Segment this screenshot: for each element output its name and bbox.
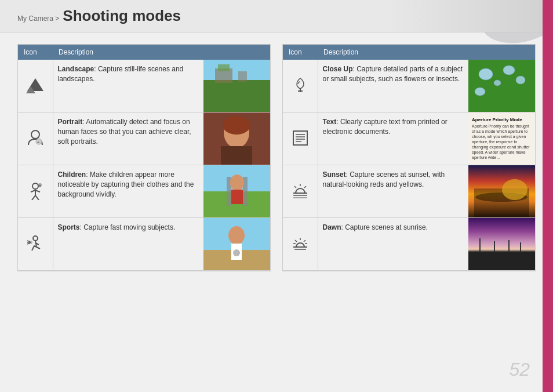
closeup-icon-cell	[283, 60, 318, 112]
landscape-image	[203, 60, 270, 112]
page-number: 52	[509, 359, 530, 380]
closeup-icon	[291, 76, 310, 95]
landscape-icon-cell	[18, 60, 53, 112]
portrait-image-cell	[203, 112, 270, 165]
children-icon-cell: ⚙	[18, 165, 53, 218]
table-row: Close Up: Capture detailed parts of a su…	[283, 60, 535, 112]
dawn-image	[468, 218, 535, 270]
table-row: Landscape: Capture still-life scenes and…	[18, 60, 270, 112]
portrait-image	[203, 112, 270, 165]
dawn-image-cell	[468, 218, 535, 271]
svg-rect-69	[468, 252, 535, 270]
svg-text:⚙: ⚙	[38, 184, 41, 188]
svg-line-55	[294, 186, 296, 188]
svg-point-12	[31, 130, 39, 139]
sunset-image-cell	[468, 165, 535, 218]
landscape-desc-cell: Landscape: Capture still-life scenes and…	[53, 60, 203, 112]
main-content: Icon Description Landscape: Capture stil…	[0, 32, 553, 283]
header: My Camera > Shooting modes	[0, 0, 553, 32]
left-col-icon-header: Icon	[18, 45, 53, 60]
svg-point-37	[233, 249, 240, 256]
text-mode-desc-cell: Text: Clearly capture text from printed …	[318, 112, 468, 165]
svg-rect-11	[238, 71, 247, 82]
svg-rect-18	[221, 146, 252, 165]
svg-point-35	[228, 226, 245, 245]
svg-point-43	[516, 76, 525, 84]
closeup-desc-cell: Close Up: Capture detailed parts of a su…	[318, 60, 468, 112]
sunset-icon	[291, 182, 310, 200]
svg-line-56	[304, 186, 306, 188]
text-icon-cell	[283, 112, 318, 165]
sports-desc-cell: Sports: Capture fast moving subjects.	[53, 218, 203, 271]
text-mode-image-cell: Aperture Priority Mode Aperture Priority…	[468, 112, 535, 165]
landscape-icon	[26, 76, 45, 95]
svg-line-31	[27, 241, 30, 242]
svg-point-19	[32, 183, 38, 189]
right-col-icon-header: Icon	[283, 45, 318, 60]
breadcrumb: My Camera >	[17, 14, 59, 23]
dawn-icon-cell	[283, 218, 318, 271]
svg-point-41	[479, 68, 493, 80]
text-mode-image: Aperture Priority Mode Aperture Priority…	[468, 112, 535, 165]
svg-point-60	[502, 179, 527, 200]
left-table: Icon Description Landscape: Capture stil…	[17, 44, 271, 271]
closeup-image-cell	[468, 60, 535, 112]
table-row: Dawn: Capture scenes at sunrise.	[283, 218, 535, 271]
sports-icon	[26, 234, 45, 253]
sports-image	[203, 218, 270, 270]
pink-sidebar	[543, 0, 553, 392]
table-row: + Portrait: Automatically detect and foc…	[18, 112, 270, 165]
sunset-icon-cell	[283, 165, 318, 218]
dawn-desc-cell: Dawn: Capture scenes at sunrise.	[318, 218, 468, 271]
sunset-desc-cell: Sunset: Capture scenes at sunset, with n…	[318, 165, 468, 218]
right-table: Icon Description C	[282, 44, 536, 271]
svg-line-65	[304, 240, 305, 242]
portrait-icon-cell: +	[18, 112, 53, 165]
svg-point-45	[475, 88, 485, 96]
svg-text:+: +	[37, 140, 39, 144]
children-image	[203, 165, 270, 217]
sunset-image	[468, 165, 535, 217]
svg-point-26	[230, 175, 244, 191]
svg-line-32	[27, 243, 30, 244]
svg-line-64	[295, 240, 297, 242]
portrait-icon: +	[26, 129, 45, 147]
svg-point-28	[33, 236, 38, 241]
svg-rect-10	[218, 64, 230, 71]
children-icon: ⚙	[26, 182, 45, 200]
svg-rect-46	[293, 131, 307, 145]
children-image-cell	[203, 165, 270, 218]
table-row: Sports: Capture fast moving subjects.	[18, 218, 270, 271]
dawn-icon	[291, 234, 310, 253]
sports-icon-cell	[18, 218, 53, 271]
table-row: ⚙ Children: Make children appear more no…	[18, 165, 270, 218]
landscape-image-cell	[203, 60, 270, 112]
svg-rect-8	[203, 80, 270, 112]
left-col-desc-header: Description	[53, 45, 270, 60]
page-title: Shooting modes	[63, 7, 181, 25]
svg-point-42	[503, 66, 515, 75]
svg-rect-40	[468, 60, 535, 112]
svg-point-17	[223, 116, 250, 135]
closeup-image	[468, 60, 535, 112]
table-row: Sunset: Capture scenes at sunset, with n…	[283, 165, 535, 218]
table-row: Text: Clearly capture text from printed …	[283, 112, 535, 165]
portrait-desc-cell: Portrait: Automatically detect and focus…	[53, 112, 203, 165]
svg-rect-27	[231, 190, 243, 204]
sports-image-cell	[203, 218, 270, 271]
children-desc-cell: Children: Make children appear more noti…	[53, 165, 203, 218]
svg-point-44	[494, 80, 501, 86]
svg-rect-7	[203, 60, 270, 80]
text-mode-icon	[291, 129, 310, 147]
